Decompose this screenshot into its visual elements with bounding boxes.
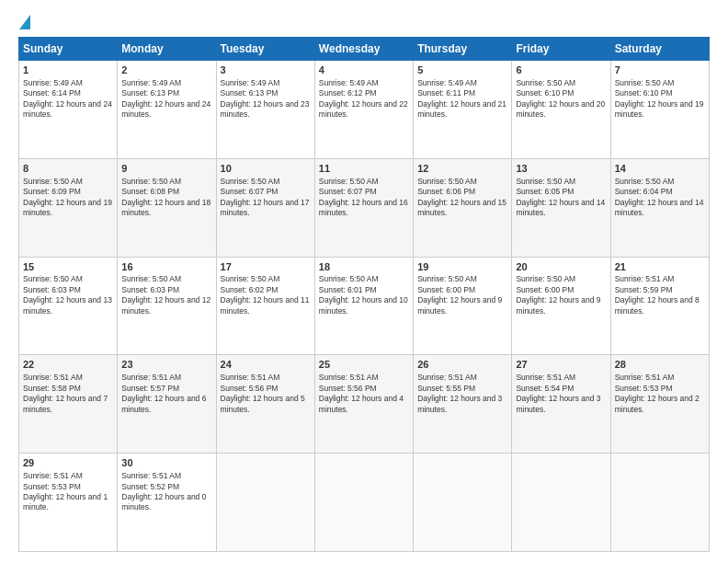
day-number: 10 [221,162,311,176]
calendar-week-row: 22Sunrise: 5:51 AMSunset: 5:58 PMDayligh… [19,355,710,454]
table-row [314,454,413,552]
sunrise-text: Sunrise: 5:50 AM [23,177,83,186]
daylight-text: Daylight: 12 hours and 15 minutes. [417,198,506,217]
sunset-text: Sunset: 6:03 PM [121,285,179,294]
sunrise-text: Sunrise: 5:49 AM [319,78,379,87]
table-row: 24Sunrise: 5:51 AMSunset: 5:56 PMDayligh… [216,355,314,454]
sunrise-text: Sunrise: 5:50 AM [319,177,379,186]
sunrise-text: Sunrise: 5:50 AM [221,177,280,186]
day-number: 21 [615,260,705,274]
sunrise-text: Sunrise: 5:50 AM [516,274,575,283]
table-row: 6Sunrise: 5:50 AMSunset: 6:10 PMDaylight… [512,61,610,159]
col-saturday: Saturday [610,38,709,61]
daylight-text: Daylight: 12 hours and 10 minutes. [319,295,408,315]
calendar-week-row: 15Sunrise: 5:50 AMSunset: 6:03 PMDayligh… [19,257,710,355]
table-row [414,454,512,552]
sunset-text: Sunset: 5:56 PM [221,384,279,393]
sunset-text: Sunset: 6:07 PM [319,187,377,196]
daylight-text: Daylight: 12 hours and 14 minutes. [615,198,704,217]
day-number: 11 [319,162,409,176]
sunrise-text: Sunrise: 5:51 AM [615,274,675,283]
sunrise-text: Sunrise: 5:51 AM [516,373,575,382]
sunset-text: Sunset: 6:01 PM [319,285,377,294]
page: Sunday Monday Tuesday Wednesday Thursday… [0,0,728,563]
daylight-text: Daylight: 12 hours and 24 minutes. [23,99,112,119]
table-row: 20Sunrise: 5:50 AMSunset: 6:00 PMDayligh… [512,257,610,355]
sunrise-text: Sunrise: 5:50 AM [615,177,675,186]
sunrise-text: Sunrise: 5:49 AM [221,78,280,87]
sunrise-text: Sunrise: 5:51 AM [417,373,477,382]
daylight-text: Daylight: 12 hours and 16 minutes. [319,198,408,217]
daylight-text: Daylight: 12 hours and 9 minutes. [417,295,502,315]
table-row: 21Sunrise: 5:51 AMSunset: 5:59 PMDayligh… [610,257,709,355]
sunrise-text: Sunrise: 5:51 AM [615,373,675,382]
sunset-text: Sunset: 6:02 PM [221,285,279,294]
table-row: 19Sunrise: 5:50 AMSunset: 6:00 PMDayligh… [414,257,512,355]
day-number: 2 [121,63,211,77]
table-row: 18Sunrise: 5:50 AMSunset: 6:01 PMDayligh… [314,257,413,355]
sunset-text: Sunset: 6:06 PM [417,187,475,196]
daylight-text: Daylight: 12 hours and 6 minutes. [121,394,206,413]
table-row: 23Sunrise: 5:51 AMSunset: 5:57 PMDayligh… [118,355,216,454]
sunset-text: Sunset: 6:05 PM [516,187,574,196]
day-number: 27 [516,358,606,372]
daylight-text: Daylight: 12 hours and 18 minutes. [121,198,210,217]
day-number: 14 [615,162,705,176]
day-number: 30 [121,456,211,470]
sunrise-text: Sunrise: 5:50 AM [23,274,83,283]
daylight-text: Daylight: 12 hours and 7 minutes. [23,394,108,413]
sunset-text: Sunset: 5:56 PM [319,384,377,393]
daylight-text: Daylight: 12 hours and 14 minutes. [516,198,605,217]
daylight-text: Daylight: 12 hours and 4 minutes. [319,394,404,413]
day-number: 7 [615,63,705,77]
table-row: 28Sunrise: 5:51 AMSunset: 5:53 PMDayligh… [610,355,709,454]
day-number: 13 [516,162,606,176]
col-wednesday: Wednesday [314,38,413,61]
sunset-text: Sunset: 5:53 PM [23,482,81,491]
sunset-text: Sunset: 5:59 PM [615,285,673,294]
daylight-text: Daylight: 12 hours and 3 minutes. [417,394,502,413]
sunset-text: Sunset: 6:13 PM [221,88,279,98]
logo-arrow-icon [19,15,30,29]
calendar-table: Sunday Monday Tuesday Wednesday Thursday… [18,37,710,552]
day-number: 15 [23,260,113,274]
header [18,15,710,29]
daylight-text: Daylight: 12 hours and 24 minutes. [121,99,210,119]
table-row: 13Sunrise: 5:50 AMSunset: 6:05 PMDayligh… [512,158,610,257]
day-number: 17 [221,260,311,274]
day-number: 28 [615,358,705,372]
daylight-text: Daylight: 12 hours and 21 minutes. [417,99,506,119]
col-tuesday: Tuesday [216,38,314,61]
table-row: 30Sunrise: 5:51 AMSunset: 5:52 PMDayligh… [118,454,216,552]
sunset-text: Sunset: 6:03 PM [23,285,81,294]
daylight-text: Daylight: 12 hours and 12 minutes. [121,295,210,315]
sunset-text: Sunset: 6:10 PM [615,88,673,98]
sunset-text: Sunset: 6:11 PM [417,88,475,98]
sunrise-text: Sunrise: 5:49 AM [23,78,83,87]
daylight-text: Daylight: 12 hours and 0 minutes. [121,492,206,511]
day-number: 20 [516,260,606,274]
sunrise-text: Sunrise: 5:51 AM [121,471,181,480]
day-number: 24 [221,358,311,372]
sunrise-text: Sunrise: 5:50 AM [417,177,477,186]
day-number: 26 [417,358,507,372]
sunrise-text: Sunrise: 5:50 AM [121,177,181,186]
day-number: 8 [23,162,113,176]
sunrise-text: Sunrise: 5:51 AM [319,373,379,382]
day-number: 25 [319,358,409,372]
day-number: 19 [417,260,507,274]
day-number: 12 [417,162,507,176]
daylight-text: Daylight: 12 hours and 13 minutes. [23,295,112,315]
sunset-text: Sunset: 6:04 PM [615,187,673,196]
table-row: 29Sunrise: 5:51 AMSunset: 5:53 PMDayligh… [19,454,118,552]
sunset-text: Sunset: 6:07 PM [221,187,279,196]
sunset-text: Sunset: 5:58 PM [23,384,81,393]
table-row: 11Sunrise: 5:50 AMSunset: 6:07 PMDayligh… [314,158,413,257]
day-number: 6 [516,63,606,77]
sunrise-text: Sunrise: 5:51 AM [23,373,83,382]
day-number: 22 [23,358,113,372]
col-thursday: Thursday [414,38,512,61]
daylight-text: Daylight: 12 hours and 8 minutes. [615,295,700,315]
day-number: 4 [319,63,409,77]
day-number: 9 [121,162,211,176]
